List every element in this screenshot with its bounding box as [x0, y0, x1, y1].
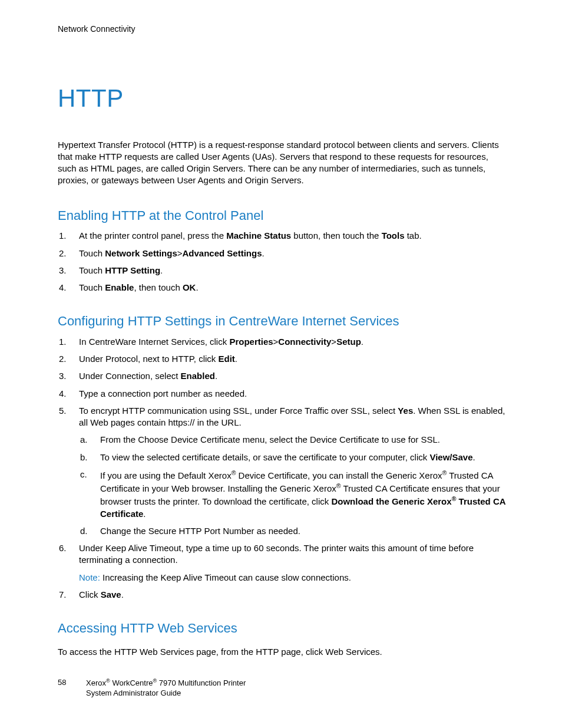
section-text: To access the HTTP Web Services page, fr… [58, 646, 508, 658]
list-item: 1. At the printer control panel, press t… [58, 230, 508, 242]
list-item: 2. Touch Network Settings>Advanced Setti… [58, 248, 508, 259]
step-text: Touch [79, 248, 105, 258]
registered-mark: ® [106, 678, 110, 684]
registered-mark: ® [336, 482, 341, 489]
section-heading-accessing: Accessing HTTP Web Services [58, 620, 508, 637]
step-text: Touch [79, 282, 105, 292]
step-text: To view the selected certificate details… [100, 452, 429, 462]
section-heading-configuring: Configuring HTTP Settings in CentreWare … [58, 312, 508, 330]
list-item: b. To view the selected certificate deta… [79, 452, 508, 463]
step-text: button, then touch the [291, 230, 381, 241]
running-header: Network Connectivity [58, 24, 508, 35]
step-text: > [177, 248, 183, 258]
step-text: . [262, 248, 265, 258]
step-text: . [215, 371, 217, 381]
list-item: 2. Under Protocol, next to HTTP, click E… [58, 353, 508, 365]
configuring-steps: 1. In CentreWare Internet Services, clic… [58, 336, 508, 601]
bold-text: Enabled [181, 371, 215, 381]
step-text: . [235, 354, 237, 364]
bold-text: Connectivity [278, 337, 331, 347]
step-letter: d. [80, 525, 88, 537]
step-number: 4. [59, 388, 67, 400]
bold-text: Tools [382, 230, 405, 241]
step-number: 1. [59, 230, 67, 242]
step-text: From the Choose Device Certificate menu,… [100, 434, 440, 444]
bold-text: Enable [105, 282, 134, 292]
step-text: . [196, 282, 198, 292]
step-text: . [160, 265, 163, 275]
note-text: Increasing the Keep Alive Timeout can ca… [100, 572, 351, 582]
step-text: . [143, 509, 146, 519]
list-item: c. If you are using the Default Xerox® D… [79, 469, 508, 520]
list-item: 5. To encrypt HTTP communication using S… [58, 405, 508, 537]
step-text: Under Keep Alive Timeout, type a time up… [79, 543, 474, 565]
bold-text: HTTP Setting [105, 265, 160, 275]
step-text: tab. [405, 230, 422, 241]
step-text: In CentreWare Internet Services, click [79, 337, 229, 347]
page-footer: 58 Xerox® WorkCentre® 7970 Multifunction… [58, 677, 246, 699]
step-text: To encrypt HTTP communication using SSL,… [79, 406, 398, 416]
step-text: Touch [79, 265, 105, 275]
list-item: 3. Under Connection, select Enabled. [58, 370, 508, 382]
note: Note: Increasing the Keep Alive Timeout … [79, 572, 508, 584]
list-item: 4. Touch Enable, then touch OK. [58, 282, 508, 294]
step-letter: c. [80, 469, 87, 480]
page-title: HTTP [58, 82, 508, 116]
step-text: Under Protocol, next to HTTP, click [79, 354, 218, 364]
list-item: 7. Click Save. [58, 589, 508, 601]
step-number: 2. [59, 353, 67, 365]
step-number: 2. [59, 248, 67, 259]
list-item: 1. In CentreWare Internet Services, clic… [58, 336, 508, 348]
bold-text: Yes [398, 406, 413, 416]
list-item: a. From the Choose Device Certificate me… [79, 434, 508, 446]
sub-steps: a. From the Choose Device Certificate me… [79, 434, 508, 537]
step-text: . [121, 589, 124, 599]
list-item: 6. Under Keep Alive Timeout, type a time… [58, 542, 508, 584]
step-number: 4. [59, 282, 67, 294]
bold-text: Setup [336, 337, 361, 347]
bold-text: Properties [229, 337, 273, 347]
step-letter: b. [80, 452, 88, 463]
bold-text: Save [101, 589, 121, 599]
note-label: Note: [79, 572, 100, 582]
step-text: At the printer control panel, press the [79, 230, 226, 241]
step-text: Under Connection, select [79, 371, 181, 381]
bold-text: OK [183, 282, 196, 292]
step-text: Change the Secure HTTP Port Number as ne… [100, 526, 300, 536]
bold-text: Edit [218, 354, 234, 364]
step-text: Device Certificate, you can install the … [236, 470, 442, 480]
step-text: Click [79, 589, 101, 599]
step-text: , then touch [134, 282, 183, 292]
step-number: 1. [59, 336, 67, 348]
intro-paragraph: Hypertext Transfer Protocol (HTTP) is a … [58, 139, 508, 187]
page-number: 58 [58, 677, 66, 688]
step-number: 3. [59, 370, 67, 382]
step-text: If you are using the Default Xerox [100, 470, 232, 480]
enabling-steps: 1. At the printer control panel, press t… [58, 230, 508, 294]
bold-text: Advanced Settings [183, 248, 262, 258]
step-text: . [473, 452, 475, 462]
list-item: 3. Touch HTTP Setting. [58, 265, 508, 276]
step-text: . [361, 337, 363, 347]
step-number: 3. [59, 265, 67, 276]
step-text: Type a connection port number as needed. [79, 388, 247, 398]
step-number: 6. [59, 542, 67, 554]
bold-text: View/Save [429, 452, 472, 462]
step-number: 7. [59, 589, 67, 601]
step-text: > [331, 337, 336, 347]
step-letter: a. [80, 434, 88, 446]
list-item: 4. Type a connection port number as need… [58, 388, 508, 400]
footer-text: Xerox® WorkCentre® 7970 Multifunction Pr… [86, 677, 246, 699]
list-item: d. Change the Secure HTTP Port Number as… [79, 525, 508, 537]
section-heading-enabling: Enabling HTTP at the Control Panel [58, 207, 508, 225]
step-number: 5. [59, 405, 67, 417]
bold-text: Machine Status [226, 230, 291, 241]
bold-text: Network Settings [105, 248, 177, 258]
